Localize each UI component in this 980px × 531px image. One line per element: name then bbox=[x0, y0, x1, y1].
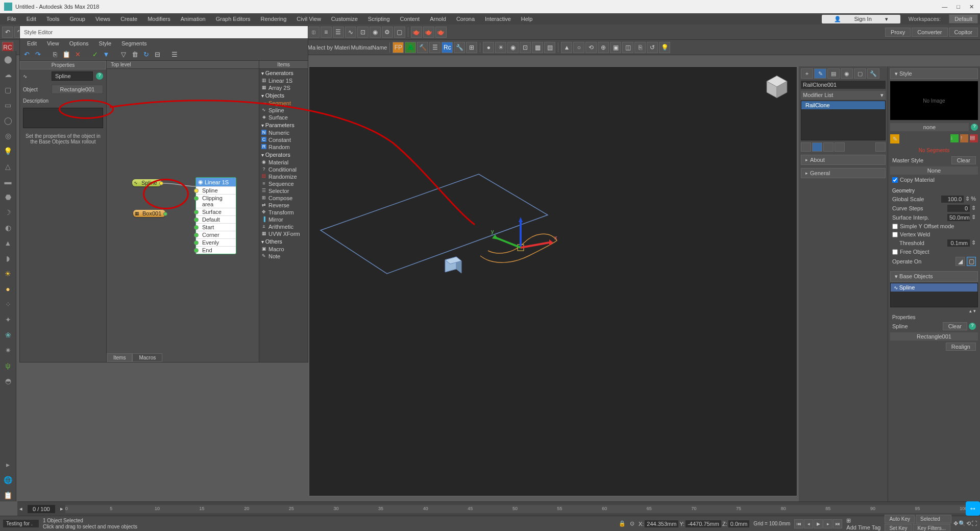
lock-icon[interactable]: 🔒 bbox=[619, 520, 626, 527]
se-list-button[interactable]: ☰ bbox=[170, 50, 179, 59]
tl-next-icon[interactable]: ▸ bbox=[58, 505, 65, 512]
clear-master-button[interactable]: Clear bbox=[951, 156, 976, 164]
se-undo-button[interactable]: ↶ bbox=[22, 50, 31, 59]
create-tube-icon[interactable]: ◎ bbox=[2, 130, 14, 142]
se-check-button[interactable]: ✓ bbox=[90, 50, 100, 59]
stack-railclone[interactable]: RailClone bbox=[801, 101, 885, 109]
bo-help-icon[interactable]: ? bbox=[969, 323, 976, 330]
render-setup-button[interactable]: ⚙ bbox=[382, 27, 393, 38]
item-linear1s[interactable]: ▥Linear 1S bbox=[259, 77, 308, 84]
create-plane-icon[interactable]: ▬ bbox=[2, 176, 14, 188]
object-name-field[interactable]: RailClone001 bbox=[801, 81, 886, 89]
pin-stack-button[interactable] bbox=[801, 142, 811, 152]
coord-y[interactable]: -4470.75mm bbox=[685, 520, 721, 527]
vertexweld-checkbox[interactable] bbox=[892, 232, 898, 237]
menu-modifiers[interactable]: Modifiers bbox=[142, 16, 176, 22]
teamviewer-icon[interactable]: ↔ bbox=[966, 501, 980, 516]
maximize-icon[interactable]: □ bbox=[957, 4, 960, 10]
keyfilters-button[interactable]: Key Filters... bbox=[913, 524, 950, 531]
se-delete-button[interactable]: ✕ bbox=[73, 50, 82, 59]
misc2-icon[interactable]: ○ bbox=[573, 42, 584, 53]
menu-content[interactable]: Content bbox=[395, 16, 425, 22]
se-down-button[interactable]: ▼ bbox=[102, 50, 111, 59]
create-grass-icon[interactable]: ψ bbox=[2, 359, 14, 372]
item-segment[interactable]: ▬Segment bbox=[259, 100, 308, 107]
style-help-icon[interactable]: ? bbox=[971, 124, 978, 131]
misc8-icon[interactable]: ↺ bbox=[647, 42, 658, 53]
input-evenly[interactable]: Evenly bbox=[196, 238, 236, 246]
se-refresh-button[interactable]: ↻ bbox=[141, 50, 151, 59]
item-macro[interactable]: ▣Macro bbox=[259, 246, 308, 253]
nav-zoom-button[interactable]: 🔍 bbox=[959, 520, 966, 527]
menu-scripting[interactable]: Scripting bbox=[363, 16, 395, 22]
operate-quad-icon[interactable]: ▢ bbox=[967, 257, 976, 266]
material-editor-button[interactable]: ◉ bbox=[370, 27, 381, 38]
signin-button[interactable]: 👤Sign In▾ bbox=[822, 15, 900, 23]
create-misc1-icon[interactable]: ⬣ bbox=[2, 191, 14, 203]
menu-rendering[interactable]: Rendering bbox=[256, 16, 292, 22]
modifier-list-dropdown[interactable]: Modifier List▾ bbox=[801, 91, 886, 100]
configure-button[interactable] bbox=[875, 142, 886, 152]
se-menu-edit[interactable]: Edit bbox=[22, 40, 42, 46]
remove-mod-button[interactable] bbox=[835, 142, 845, 152]
rollout-about[interactable]: About bbox=[801, 155, 886, 165]
menu-create[interactable]: Create bbox=[115, 16, 142, 22]
create-spray-icon[interactable]: ✦ bbox=[2, 313, 14, 326]
menu-corona[interactable]: Corona bbox=[451, 16, 480, 22]
item-surface[interactable]: ◈Surface bbox=[259, 114, 308, 121]
style-none-button[interactable]: none bbox=[890, 123, 969, 131]
modifier-stack[interactable]: RailClone bbox=[801, 101, 886, 140]
item-arithmetic[interactable]: ±Arithmetic bbox=[259, 223, 308, 230]
box-geometry[interactable] bbox=[439, 254, 463, 278]
list-icon[interactable]: ☰ bbox=[429, 42, 440, 53]
item-random[interactable]: RRandom bbox=[259, 143, 308, 151]
globe-icon[interactable]: 🌐 bbox=[2, 474, 14, 486]
filter-text3[interactable]: MultimatName bbox=[351, 44, 387, 51]
item-spline[interactable]: ∿Spline bbox=[259, 107, 308, 114]
mirror-button[interactable]: ⎅ bbox=[308, 27, 320, 38]
timeline[interactable]: ◂ 0 / 100 ▸ 0510152025303540455055606570… bbox=[17, 501, 980, 516]
goto-end-button[interactable]: ⏭ bbox=[833, 519, 842, 528]
item-randomize[interactable]: ⚄Randomize bbox=[259, 173, 308, 180]
cat-generators[interactable]: ▾ Generators bbox=[259, 69, 308, 77]
item-compose[interactable]: ⊞Compose bbox=[259, 195, 308, 202]
misc1-icon[interactable]: ▲ bbox=[561, 42, 572, 53]
menu-file[interactable]: File bbox=[2, 16, 21, 22]
cat-others[interactable]: ▾ Others bbox=[259, 237, 308, 246]
next-frame-button[interactable]: ▸ bbox=[823, 519, 832, 528]
play-button[interactable]: ▶ bbox=[814, 519, 823, 528]
master-none-button[interactable]: None bbox=[890, 166, 978, 175]
coord-z[interactable]: 0.0mm bbox=[728, 520, 750, 527]
fp-icon[interactable]: FP bbox=[393, 42, 404, 53]
style-rollout-header[interactable]: ▾ Style bbox=[890, 68, 978, 79]
style-editor-title[interactable]: Style Editor bbox=[20, 26, 308, 38]
input-end[interactable]: End bbox=[196, 246, 236, 254]
misc6-icon[interactable]: ◫ bbox=[622, 42, 633, 53]
light4-icon[interactable]: ⊡ bbox=[520, 42, 531, 53]
item-conditional[interactable]: ?Conditional bbox=[259, 166, 308, 173]
tl-prev-icon[interactable]: ◂ bbox=[17, 505, 24, 512]
grid-icon[interactable]: ⊞ bbox=[466, 42, 477, 53]
teapot3-icon[interactable]: 🫖 bbox=[435, 27, 447, 38]
teapot1-icon[interactable]: 🫖 bbox=[411, 27, 422, 38]
converter-button[interactable]: Converter bbox=[912, 28, 947, 37]
box-node[interactable]: ▦ Box001 bbox=[133, 210, 165, 217]
item-note[interactable]: ✎Note bbox=[259, 253, 308, 260]
operate-tri-icon[interactable]: ◢ bbox=[955, 257, 965, 266]
item-transform[interactable]: ✥Transform bbox=[259, 209, 308, 216]
tab-modify[interactable]: ✎ bbox=[814, 68, 826, 79]
create-torus-icon[interactable]: ◯ bbox=[2, 114, 14, 127]
box-node-output[interactable] bbox=[163, 212, 167, 216]
show-end-button[interactable] bbox=[812, 142, 822, 152]
create-gear-icon[interactable]: ✷ bbox=[2, 344, 14, 356]
perspective-viewport[interactable]: y x bbox=[309, 66, 797, 496]
tab-hierarchy[interactable]: ▤ bbox=[827, 68, 840, 79]
menu-tools[interactable]: Tools bbox=[41, 16, 65, 22]
tab-display[interactable]: ▢ bbox=[854, 68, 866, 79]
item-selector[interactable]: ☰Selector bbox=[259, 187, 308, 195]
light6-icon[interactable]: ▤ bbox=[544, 42, 555, 53]
item-numeric[interactable]: NNumeric bbox=[259, 129, 308, 136]
misc5-icon[interactable]: ▣ bbox=[610, 42, 621, 53]
prev-frame-button[interactable]: ◂ bbox=[804, 519, 813, 528]
surface-interp-input[interactable]: 50.0mm bbox=[947, 214, 970, 221]
